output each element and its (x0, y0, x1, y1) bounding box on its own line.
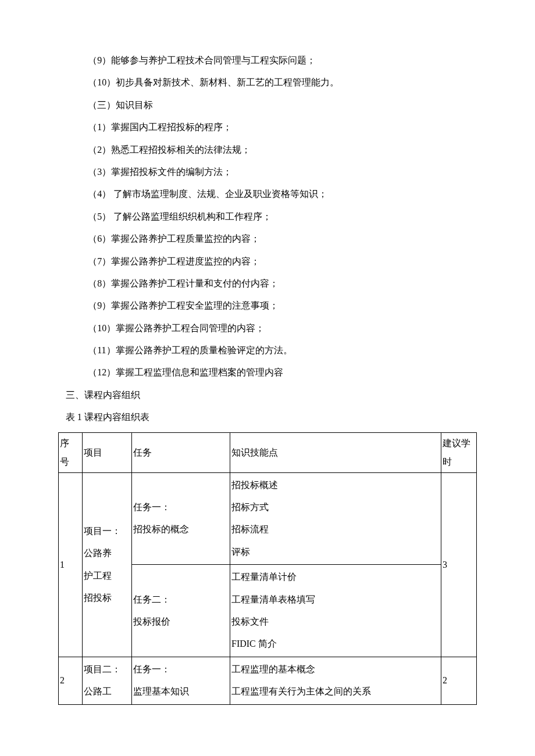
k11-l1: 招投标概述 (231, 474, 440, 496)
task12-l1: 任务二： (133, 589, 229, 611)
knowledge-item-7: （7）掌握公路养护工程进度监控的内容； (58, 250, 477, 273)
cell-knowledge-1-2: 工程量清单计价 工程量清单表格填写 投标文件 FIDIC 简介 (230, 565, 441, 657)
ability-item-10: （10）初步具备对新技术、新材料、新工艺的工程管理能力。 (58, 71, 477, 94)
cell-seq-2: 2 (59, 657, 83, 704)
knowledge-item-12: （12）掌握工程监理信息和监理档案的管理内容 (58, 361, 477, 384)
table-header-row: 序 号 项目 任务 知识技能点 建议学 时 (59, 432, 477, 472)
cell-task-1-2: 任务二： 投标报价 (132, 565, 230, 657)
table-1-caption: 表 1 课程内容组织表 (58, 406, 477, 428)
knowledge-item-3: （3）掌握招投标文件的编制方法； (58, 161, 477, 183)
k12-l2: 工程量清单表格填写 (231, 589, 440, 611)
proj1-l1: 项目一： (84, 520, 130, 542)
table-row: 2 项目二： 公路工 任务一： 监理基本知识 工程监理的基本概念 工程监理有关行… (59, 657, 477, 704)
col-project: 项目 (83, 432, 132, 472)
proj1-l4: 招投标 (84, 587, 130, 609)
col-hours: 建议学 时 (441, 432, 477, 472)
task21-l2: 监理基本知识 (133, 680, 229, 703)
knowledge-item-9: （9）掌握公路养护工程安全监理的注意事项； (58, 295, 477, 317)
knowledge-item-2: （2）熟悉工程招投标相关的法律法规； (58, 139, 477, 161)
heading-knowledge-objectives: （三）知识目标 (58, 94, 477, 116)
col-task: 任务 (132, 432, 230, 472)
k11-l2: 招标方式 (231, 496, 440, 518)
knowledge-item-11: （11）掌握公路养护工程的质量检验评定的方法。 (58, 339, 477, 361)
cell-project-2: 项目二： 公路工 (83, 657, 132, 704)
cell-knowledge-2-1: 工程监理的基本概念 工程监理有关行为主体之间的关系 (230, 657, 441, 704)
k21-l2: 工程监理有关行为主体之间的关系 (231, 680, 440, 703)
section-3-heading: 三、课程内容组织 (58, 384, 477, 406)
cell-seq-1: 1 (59, 472, 83, 657)
k21-l1: 工程监理的基本概念 (231, 658, 440, 680)
knowledge-item-4: （4） 了解市场监理制度、法规、企业及职业资格等知识； (58, 183, 477, 205)
cell-task-1-1: 任务一： 招投标的概念 (132, 472, 230, 565)
cell-task-2-1: 任务一： 监理基本知识 (132, 657, 230, 704)
task21-l1: 任务一： (133, 658, 229, 680)
col-hours-l2: 时 (443, 453, 475, 471)
knowledge-item-1: （1）掌握国内工程招投标的程序； (58, 116, 477, 138)
knowledge-item-6: （6）掌握公路养护工程质量监控的内容； (58, 228, 477, 250)
col-seq-l2: 号 (60, 453, 81, 471)
k11-l4: 评标 (231, 541, 440, 563)
document-page: （9）能够参与养护工程技术合同管理与工程实际问题； （10）初步具备对新技术、新… (0, 0, 535, 740)
proj1-l2: 公路养 (84, 542, 130, 564)
course-content-table: 序 号 项目 任务 知识技能点 建议学 时 1 项目一： 公路养 护工程 招投标 (58, 432, 477, 705)
task11-l2: 招投标的概念 (133, 518, 229, 540)
cell-project-1: 项目一： 公路养 护工程 招投标 (83, 472, 132, 657)
col-seq-l1: 序 (60, 434, 81, 453)
k12-l4: FIDIC 简介 (231, 633, 440, 655)
col-seq: 序 号 (59, 432, 83, 472)
ability-item-9: （9）能够参与养护工程技术合同管理与工程实际问题； (58, 49, 477, 71)
cell-knowledge-1-1: 招投标概述 招标方式 招标流程 评标 (230, 472, 441, 565)
col-hours-l1: 建议学 (443, 434, 475, 453)
k12-l3: 投标文件 (231, 611, 440, 633)
knowledge-item-8: （8）掌握公路养护工程计量和支付的付内容； (58, 273, 477, 295)
task11-l1: 任务一： (133, 496, 229, 518)
col-knowledge: 知识技能点 (230, 432, 441, 472)
cell-hours-1: 3 (441, 472, 477, 657)
cell-hours-2: 2 (441, 657, 477, 704)
knowledge-item-10: （10）掌握公路养护工程合同管理的内容； (58, 317, 477, 339)
table-row: 1 项目一： 公路养 护工程 招投标 任务一： 招投标的概念 招投标概述 招标方 (59, 472, 477, 565)
k12-l1: 工程量清单计价 (231, 566, 440, 588)
k11-l3: 招标流程 (231, 518, 440, 540)
proj2-l1: 项目二： (84, 658, 130, 680)
proj2-l2: 公路工 (84, 680, 130, 703)
knowledge-item-5: （5） 了解公路监理组织织机构和工作程序； (58, 206, 477, 228)
proj1-l3: 护工程 (84, 565, 130, 587)
task12-l2: 投标报价 (133, 611, 229, 633)
